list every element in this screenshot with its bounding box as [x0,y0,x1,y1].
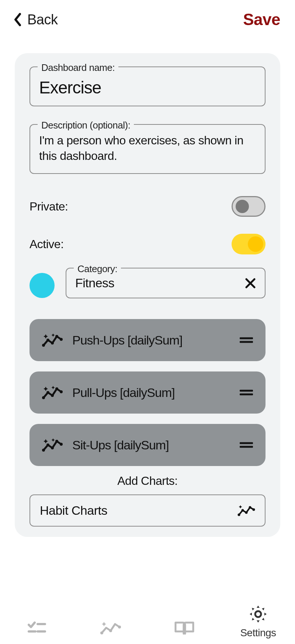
svg-point-16 [51,446,54,449]
category-value: Fitness [75,276,114,290]
nav-settings-label: Settings [240,627,276,639]
svg-point-11 [60,390,63,393]
category-color-dot[interactable] [30,273,55,298]
description-field[interactable]: Description (optional): [30,124,266,174]
add-charts-title: Add Charts: [30,474,266,488]
svg-point-18 [60,443,63,446]
svg-point-0 [42,344,45,347]
svg-point-7 [42,396,45,399]
chart-item[interactable]: Push-Ups [dailySum] [30,319,266,361]
sparkle-chart-icon [42,332,63,348]
sparkle-chart-icon [42,384,63,401]
svg-point-15 [46,443,49,446]
chart-item[interactable]: Sit-Ups [dailySum] [30,424,266,466]
sparkle-chart-icon [100,620,121,636]
svg-point-29 [100,631,103,634]
svg-point-25 [253,508,255,511]
sparkle-chart-icon [42,437,63,453]
svg-point-23 [245,511,248,514]
private-row: Private: [30,196,266,217]
form-card: Dashboard name: Description (optional): … [15,53,280,537]
chevron-left-icon [13,13,21,26]
toggle-knob [248,236,263,252]
gear-icon [248,604,268,624]
svg-point-32 [255,611,261,617]
back-button[interactable]: Back [13,12,58,28]
description-label: Description (optional): [38,120,134,131]
chart-item-label: Sit-Ups [dailySum] [72,438,240,452]
checklist-icon [27,620,47,636]
svg-point-24 [249,506,251,508]
svg-point-1 [46,339,49,342]
dashboard-name-label: Dashboard name: [38,62,118,73]
svg-point-14 [42,449,45,452]
svg-point-8 [46,391,49,394]
svg-point-3 [55,335,58,338]
active-toggle[interactable] [232,234,266,254]
chart-item-label: Pull-Ups [dailySum] [72,386,240,400]
active-row: Active: [30,234,266,254]
svg-point-4 [60,338,63,341]
svg-point-17 [55,440,58,443]
nav-library[interactable]: x [148,620,221,639]
drag-handle-icon[interactable] [240,441,253,449]
svg-point-22 [242,509,244,511]
category-row: Category: Fitness [30,268,266,298]
add-habit-charts-button[interactable]: Habit Charts [30,494,266,527]
toggle-knob [236,200,249,213]
category-label: Category: [74,263,121,275]
nav-tasks[interactable]: x [0,620,74,639]
svg-point-9 [51,394,54,397]
svg-point-21 [238,513,240,516]
close-icon[interactable] [245,278,256,289]
save-button[interactable]: Save [243,10,280,29]
nav-settings[interactable]: Settings [221,604,295,639]
svg-point-31 [118,626,121,628]
drag-handle-icon[interactable] [240,389,253,396]
back-label: Back [27,12,58,28]
header: Back Save [0,0,295,35]
active-label: Active: [30,237,64,251]
chart-item-label: Push-Ups [dailySum] [72,333,240,347]
add-row-label: Habit Charts [40,503,107,518]
svg-point-10 [55,387,58,390]
category-field[interactable]: Category: Fitness [66,268,266,298]
dashboard-name-field[interactable]: Dashboard name: [30,66,266,106]
book-icon [173,620,195,636]
chart-item[interactable]: Pull-Ups [dailySum] [30,371,266,414]
chart-list: Push-Ups [dailySum] Pull-Ups [dailySum] … [30,319,266,466]
description-input[interactable] [39,133,256,164]
nav-insights[interactable]: x [74,620,148,639]
private-label: Private: [30,200,68,213]
sparkle-chart-icon [237,504,255,518]
drag-handle-icon[interactable] [240,336,253,344]
bottom-nav: x x x Settings [0,586,295,644]
private-toggle[interactable] [232,196,266,217]
svg-point-30 [109,629,112,632]
dashboard-name-input[interactable] [39,78,256,97]
svg-point-2 [51,342,54,345]
